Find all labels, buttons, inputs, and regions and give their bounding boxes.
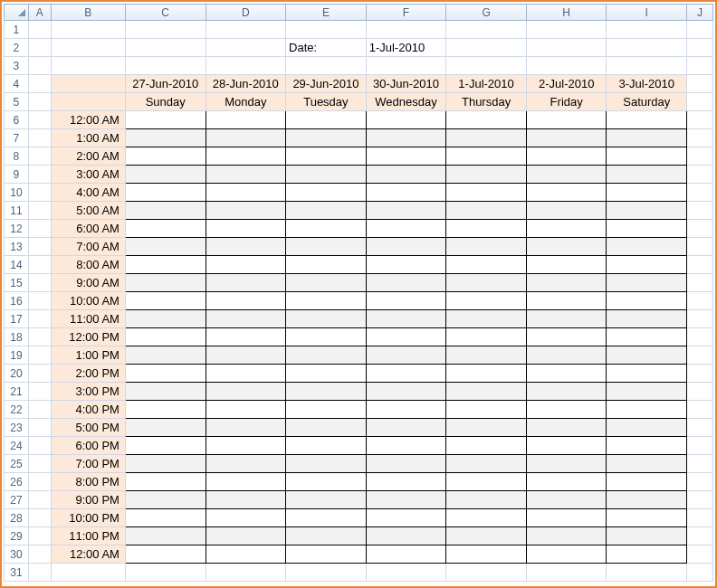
row-header-5[interactable]: 5: [5, 93, 29, 111]
schedule-cell-r14-c6[interactable]: [607, 365, 687, 383]
cell-3-F[interactable]: [366, 57, 446, 75]
col-header-G[interactable]: G: [446, 5, 527, 21]
row-header-25[interactable]: 25: [5, 455, 29, 473]
cell-15-J[interactable]: [687, 274, 713, 292]
schedule-cell-r10-c5[interactable]: [526, 292, 607, 310]
schedule-cell-r0-c5[interactable]: [526, 111, 607, 129]
schedule-cell-r16-c6[interactable]: [607, 401, 687, 419]
time-label-15[interactable]: 3:00 PM: [51, 383, 125, 401]
schedule-cell-r19-c1[interactable]: [206, 455, 286, 473]
cell-13-J[interactable]: [687, 238, 713, 256]
row-header-9[interactable]: 9: [5, 166, 29, 184]
schedule-cell-r21-c1[interactable]: [206, 491, 286, 509]
schedule-cell-r5-c4[interactable]: [446, 202, 527, 220]
schedule-cell-r17-c5[interactable]: [526, 419, 607, 437]
col-header-B[interactable]: B: [51, 5, 125, 21]
schedule-cell-r8-c5[interactable]: [526, 256, 607, 274]
schedule-cell-r7-c1[interactable]: [206, 238, 286, 256]
schedule-cell-r24-c6[interactable]: [607, 545, 687, 564]
cell-2-D[interactable]: [206, 39, 286, 57]
cell-1-F[interactable]: [366, 21, 446, 39]
row-header-4[interactable]: 4: [5, 75, 29, 93]
schedule-cell-r23-c3[interactable]: [366, 527, 446, 545]
cell-20-A[interactable]: [28, 365, 51, 383]
time-label-24[interactable]: 12:00 AM: [51, 545, 125, 564]
row-header-14[interactable]: 14: [5, 256, 29, 274]
date-header-6[interactable]: 3-Jul-2010: [607, 75, 687, 93]
schedule-cell-r14-c2[interactable]: [286, 365, 367, 383]
schedule-cell-r11-c2[interactable]: [286, 310, 367, 328]
schedule-cell-r22-c6[interactable]: [607, 509, 687, 527]
schedule-cell-r12-c5[interactable]: [526, 328, 607, 346]
cell-2-G[interactable]: [446, 39, 527, 57]
date-header-2[interactable]: 29-Jun-2010: [286, 75, 367, 93]
schedule-cell-r7-c5[interactable]: [526, 238, 607, 256]
schedule-cell-r20-c6[interactable]: [607, 473, 687, 491]
schedule-cell-r1-c3[interactable]: [366, 129, 446, 147]
schedule-cell-r9-c1[interactable]: [206, 274, 286, 292]
cell-1-D[interactable]: [206, 21, 286, 39]
cell-24-J[interactable]: [687, 437, 713, 455]
schedule-cell-r0-c2[interactable]: [286, 111, 367, 129]
cell-2-J[interactable]: [687, 39, 713, 57]
date-header-4[interactable]: 1-Jul-2010: [446, 75, 527, 93]
col-header-D[interactable]: D: [206, 5, 286, 21]
schedule-cell-r4-c6[interactable]: [607, 184, 687, 202]
schedule-cell-r10-c6[interactable]: [607, 292, 687, 310]
schedule-cell-r24-c0[interactable]: [125, 545, 206, 564]
schedule-cell-r8-c3[interactable]: [366, 256, 446, 274]
cell-31-D[interactable]: [206, 564, 286, 582]
cell-27-J[interactable]: [687, 491, 713, 509]
cell-9-J[interactable]: [687, 166, 713, 184]
schedule-cell-r13-c3[interactable]: [366, 346, 446, 365]
schedule-cell-r14-c0[interactable]: [125, 365, 206, 383]
schedule-cell-r5-c2[interactable]: [286, 202, 367, 220]
schedule-cell-r3-c1[interactable]: [206, 166, 286, 184]
schedule-cell-r8-c4[interactable]: [446, 256, 527, 274]
cell-27-A[interactable]: [28, 491, 51, 509]
time-label-4[interactable]: 4:00 AM: [51, 184, 125, 202]
cell-5-A[interactable]: [28, 93, 51, 111]
schedule-cell-r3-c2[interactable]: [286, 166, 367, 184]
schedule-cell-r2-c6[interactable]: [607, 147, 687, 166]
col-header-E[interactable]: E: [286, 5, 367, 21]
schedule-cell-r1-c6[interactable]: [607, 129, 687, 147]
schedule-cell-r23-c2[interactable]: [286, 527, 367, 545]
schedule-cell-r15-c4[interactable]: [446, 383, 527, 401]
time-label-9[interactable]: 9:00 AM: [51, 274, 125, 292]
row-header-31[interactable]: 31: [5, 564, 29, 582]
time-label-13[interactable]: 1:00 PM: [51, 346, 125, 365]
schedule-cell-r21-c3[interactable]: [366, 491, 446, 509]
schedule-cell-r4-c5[interactable]: [526, 184, 607, 202]
cell-31-E[interactable]: [286, 564, 367, 582]
schedule-cell-r19-c4[interactable]: [446, 455, 527, 473]
row-header-29[interactable]: 29: [5, 527, 29, 545]
schedule-cell-r1-c2[interactable]: [286, 129, 367, 147]
cell-9-A[interactable]: [28, 166, 51, 184]
schedule-cell-r23-c5[interactable]: [526, 527, 607, 545]
schedule-cell-r14-c1[interactable]: [206, 365, 286, 383]
cell-12-J[interactable]: [687, 220, 713, 238]
schedule-cell-r17-c4[interactable]: [446, 419, 527, 437]
schedule-cell-r16-c2[interactable]: [286, 401, 367, 419]
schedule-cell-r16-c3[interactable]: [366, 401, 446, 419]
row-header-26[interactable]: 26: [5, 473, 29, 491]
cell-23-A[interactable]: [28, 419, 51, 437]
time-label-23[interactable]: 11:00 PM: [51, 527, 125, 545]
schedule-cell-r1-c4[interactable]: [446, 129, 527, 147]
cell-31-H[interactable]: [526, 564, 607, 582]
cell-29-J[interactable]: [687, 527, 713, 545]
schedule-cell-r19-c2[interactable]: [286, 455, 367, 473]
cell-6-J[interactable]: [687, 111, 713, 129]
schedule-cell-r13-c0[interactable]: [125, 346, 206, 365]
cell-16-J[interactable]: [687, 292, 713, 310]
schedule-cell-r20-c3[interactable]: [366, 473, 446, 491]
schedule-cell-r5-c1[interactable]: [206, 202, 286, 220]
row-header-8[interactable]: 8: [5, 147, 29, 166]
cell-17-J[interactable]: [687, 310, 713, 328]
schedule-cell-r23-c1[interactable]: [206, 527, 286, 545]
time-label-8[interactable]: 8:00 AM: [51, 256, 125, 274]
schedule-cell-r7-c6[interactable]: [607, 238, 687, 256]
cell-3-B[interactable]: [51, 57, 125, 75]
schedule-cell-r3-c4[interactable]: [446, 166, 527, 184]
